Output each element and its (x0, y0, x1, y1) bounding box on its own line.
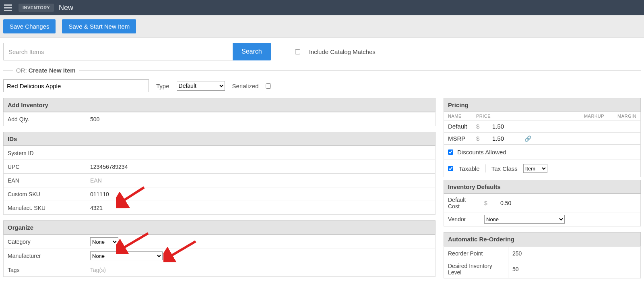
vendor-select[interactable]: None (484, 215, 565, 224)
taxable-checkbox[interactable] (448, 166, 453, 171)
action-bar: Save Changes Save & Start New Item (0, 15, 644, 38)
type-select[interactable]: Default (177, 81, 225, 91)
default-cost-label: Default Cost (444, 194, 480, 212)
breadcrumb-section[interactable]: Inventory (19, 4, 54, 12)
type-label: Type (156, 83, 169, 89)
tax-class-label: Tax Class (491, 165, 518, 172)
ean-input[interactable] (90, 177, 431, 184)
search-input[interactable] (3, 43, 233, 60)
organize-header: Organize (3, 220, 436, 235)
tax-class-select[interactable]: Item (523, 164, 547, 173)
discounts-label: Discounts Allowed (457, 149, 506, 156)
add-qty-input[interactable] (90, 116, 431, 122)
manufacturer-select[interactable]: None (90, 251, 163, 260)
reorder-point-input[interactable] (512, 250, 636, 257)
system-id-input[interactable] (90, 150, 431, 156)
top-bar: Inventory New (0, 0, 644, 15)
reorder-header: Automatic Re-Ordering (444, 232, 641, 246)
serialized-checkbox[interactable] (266, 83, 271, 89)
vendor-label: Vendor (444, 212, 480, 226)
link-icon[interactable]: 🔗 (524, 135, 636, 142)
price-default-input[interactable] (492, 123, 516, 130)
menu-icon[interactable] (2, 2, 14, 13)
search-button[interactable]: Search (233, 43, 271, 60)
ean-label: EAN (4, 174, 86, 187)
page-title: New (59, 4, 73, 12)
manufacturer-label: Manufacturer (4, 249, 86, 263)
include-catalog-checkbox[interactable] (295, 49, 300, 54)
pricing-header: Pricing (444, 98, 641, 112)
tags-label: Tags (4, 263, 86, 277)
inv-defaults-header: Inventory Defaults (444, 180, 641, 194)
reorder-point-label: Reorder Point (444, 247, 508, 260)
serialized-label: Serialized (232, 83, 259, 89)
custom-sku-label: Custom SKU (4, 187, 86, 201)
default-cost-input[interactable] (500, 200, 636, 206)
add-inventory-header: Add Inventory (3, 98, 436, 112)
currency-symbol: $ (480, 194, 496, 212)
discounts-checkbox[interactable] (448, 149, 453, 155)
new-item-row: Type Default Serialized (3, 79, 641, 92)
save-new-button[interactable]: Save & Start New Item (62, 19, 136, 33)
upc-label: UPC (4, 160, 86, 174)
ids-header: IDs (3, 132, 436, 146)
custom-sku-input[interactable] (90, 191, 431, 197)
desired-level-input[interactable] (512, 266, 636, 272)
category-select[interactable]: None (90, 237, 118, 246)
mfr-sku-label: Manufact. SKU (4, 201, 86, 215)
create-divider: OR: Create New Item (3, 67, 641, 74)
pricing-columns: NAME PRICE MARKUP MARGIN (444, 112, 641, 120)
include-catalog-label: Include Catalog Matches (309, 48, 376, 55)
search-row: Search Include Catalog Matches (3, 43, 641, 60)
tags-input[interactable] (90, 267, 431, 273)
desired-level-label: Desired Inventory Level (444, 260, 508, 278)
category-label: Category (4, 235, 86, 249)
item-name-input[interactable] (3, 79, 149, 92)
system-id-label: System ID (4, 146, 86, 160)
taxable-label: Taxable (459, 165, 480, 172)
save-button[interactable]: Save Changes (3, 19, 56, 33)
upc-input[interactable] (90, 164, 431, 170)
price-row-default: Default $ (444, 120, 641, 133)
mfr-sku-input[interactable] (90, 205, 431, 211)
price-msrp-input[interactable] (492, 135, 516, 142)
add-qty-label: Add Qty. (4, 112, 86, 126)
price-row-msrp: MSRP $ 🔗 (444, 133, 641, 145)
